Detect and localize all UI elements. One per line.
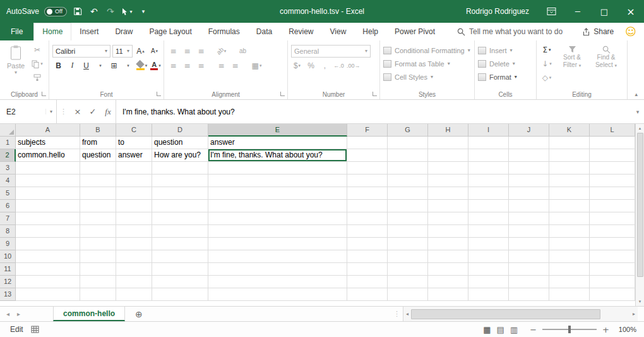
cell-E8[interactable] bbox=[208, 225, 347, 238]
row-header-8[interactable]: 8 bbox=[0, 225, 16, 238]
cell-A12[interactable] bbox=[16, 276, 80, 288]
vertical-scrollbar[interactable]: ▴ ▾ bbox=[635, 124, 644, 306]
horizontal-scrollbar[interactable]: ◂ ▸ bbox=[403, 307, 638, 321]
borders-button[interactable]: ⊞ bbox=[108, 59, 120, 72]
clipboard-dialog-launcher[interactable] bbox=[42, 92, 46, 96]
increase-indent-button[interactable]: ≡ bbox=[229, 59, 241, 72]
cell-C8[interactable] bbox=[116, 225, 152, 238]
cell-C11[interactable] bbox=[116, 263, 152, 276]
cell-K3[interactable] bbox=[549, 162, 590, 175]
align-center-button[interactable]: ≡ bbox=[181, 59, 193, 72]
cell-A6[interactable] bbox=[16, 200, 80, 212]
cell-F13[interactable] bbox=[347, 288, 388, 301]
cell-H6[interactable] bbox=[428, 200, 468, 212]
underline-dropdown-icon[interactable]: ▾ bbox=[99, 63, 102, 68]
align-right-button[interactable]: ≡ bbox=[195, 59, 207, 72]
cell-K4[interactable] bbox=[549, 175, 590, 187]
cell-H2[interactable] bbox=[428, 149, 468, 162]
cell-D1[interactable]: question bbox=[152, 137, 208, 149]
cell-L4[interactable] bbox=[590, 175, 635, 187]
close-button[interactable]: × bbox=[617, 0, 644, 23]
ribbon-display-options-button[interactable] bbox=[538, 0, 564, 23]
cell-F7[interactable] bbox=[347, 212, 388, 225]
cell-L9[interactable] bbox=[590, 238, 635, 250]
row-header-4[interactable]: 4 bbox=[0, 175, 16, 187]
feedback-smiley-icon[interactable]: ☺ bbox=[625, 23, 636, 40]
cell-A4[interactable] bbox=[16, 175, 80, 187]
horizontal-scrollbar-thumb[interactable] bbox=[411, 309, 600, 319]
customize-quick-access-button[interactable]: ▾ bbox=[138, 4, 149, 19]
cell-I4[interactable] bbox=[468, 175, 509, 187]
enter-button[interactable]: ✓ bbox=[85, 100, 100, 123]
undo-button[interactable]: ↶ bbox=[88, 4, 100, 19]
wrap-text-button[interactable]: ab bbox=[237, 45, 249, 58]
cell-H5[interactable] bbox=[428, 187, 468, 200]
underline-button[interactable]: U bbox=[80, 59, 92, 72]
tab-review[interactable]: Review bbox=[280, 23, 321, 40]
cell-F9[interactable] bbox=[347, 238, 388, 250]
font-name-combo[interactable]: Calibri ▾ bbox=[52, 45, 110, 58]
name-box[interactable]: E2 ▾ bbox=[0, 100, 57, 123]
column-header-G[interactable]: G bbox=[388, 124, 428, 137]
redo-button[interactable]: ↷ bbox=[105, 4, 116, 19]
cell-D8[interactable] bbox=[152, 225, 208, 238]
cell-I3[interactable] bbox=[468, 162, 509, 175]
cell-E9[interactable] bbox=[208, 238, 347, 250]
cell-H10[interactable] bbox=[428, 250, 468, 263]
tab-draw[interactable]: Draw bbox=[107, 23, 141, 40]
cell-J10[interactable] bbox=[509, 250, 549, 263]
cell-F4[interactable] bbox=[347, 175, 388, 187]
cell-E2[interactable]: I'm fine, thanks. What about you? bbox=[208, 149, 347, 162]
cell-I7[interactable] bbox=[468, 212, 509, 225]
insert-function-button[interactable]: fx bbox=[100, 100, 116, 123]
tab-data[interactable]: Data bbox=[248, 23, 280, 40]
cell-H12[interactable] bbox=[428, 276, 468, 288]
grow-font-button[interactable]: A▴ bbox=[134, 45, 146, 58]
sheet-tab-common-hello[interactable]: common-hello bbox=[53, 307, 125, 321]
align-bottom-button[interactable]: ≡ bbox=[195, 45, 207, 58]
conditional-formatting-button[interactable]: Conditional Formatting ▾ bbox=[383, 44, 471, 57]
cell-D9[interactable] bbox=[152, 238, 208, 250]
cell-H13[interactable] bbox=[428, 288, 468, 301]
cell-C7[interactable] bbox=[116, 212, 152, 225]
number-format-combo[interactable]: General ▾ bbox=[291, 45, 371, 58]
cell-K7[interactable] bbox=[549, 212, 590, 225]
row-header-9[interactable]: 9 bbox=[0, 238, 16, 250]
autosave-toggle[interactable]: Off bbox=[44, 7, 67, 16]
cell-A5[interactable] bbox=[16, 187, 80, 200]
cell-L13[interactable] bbox=[590, 288, 635, 301]
macro-record-button[interactable] bbox=[31, 326, 39, 333]
next-sheet-icon[interactable]: ▸ bbox=[17, 310, 20, 317]
cell-G8[interactable] bbox=[388, 225, 428, 238]
cell-D4[interactable] bbox=[152, 175, 208, 187]
cell-E6[interactable] bbox=[208, 200, 347, 212]
cell-K11[interactable] bbox=[549, 263, 590, 276]
cancel-button[interactable]: × bbox=[70, 100, 85, 123]
cell-B3[interactable] bbox=[80, 162, 116, 175]
cell-J3[interactable] bbox=[509, 162, 549, 175]
cell-F10[interactable] bbox=[347, 250, 388, 263]
cell-I1[interactable] bbox=[468, 137, 509, 149]
align-top-button[interactable]: ≡ bbox=[167, 45, 179, 58]
cell-D2[interactable]: How are you? bbox=[152, 149, 208, 162]
cell-L6[interactable] bbox=[590, 200, 635, 212]
cell-J11[interactable] bbox=[509, 263, 549, 276]
cell-G2[interactable] bbox=[388, 149, 428, 162]
cell-C1[interactable]: to bbox=[116, 137, 152, 149]
cell-G7[interactable] bbox=[388, 212, 428, 225]
decrease-indent-button[interactable]: ≡ bbox=[215, 59, 227, 72]
page-break-view-button[interactable]: ▥ bbox=[510, 325, 518, 334]
comma-format-button[interactable]: , bbox=[319, 59, 331, 72]
zoom-slider[interactable] bbox=[542, 329, 597, 330]
cell-K6[interactable] bbox=[549, 200, 590, 212]
cell-J6[interactable] bbox=[509, 200, 549, 212]
formula-input[interactable]: I'm fine, thanks. What about you? bbox=[116, 100, 631, 123]
cell-K5[interactable] bbox=[549, 187, 590, 200]
row-header-2[interactable]: 2 bbox=[0, 149, 16, 162]
column-header-H[interactable]: H bbox=[428, 124, 468, 137]
cell-K12[interactable] bbox=[549, 276, 590, 288]
row-header-13[interactable]: 13 bbox=[0, 288, 16, 301]
copy-button[interactable]: ▾ bbox=[30, 58, 44, 70]
page-layout-view-button[interactable]: ▤ bbox=[497, 325, 504, 334]
expand-formula-bar-icon[interactable]: ▾ bbox=[631, 109, 644, 115]
